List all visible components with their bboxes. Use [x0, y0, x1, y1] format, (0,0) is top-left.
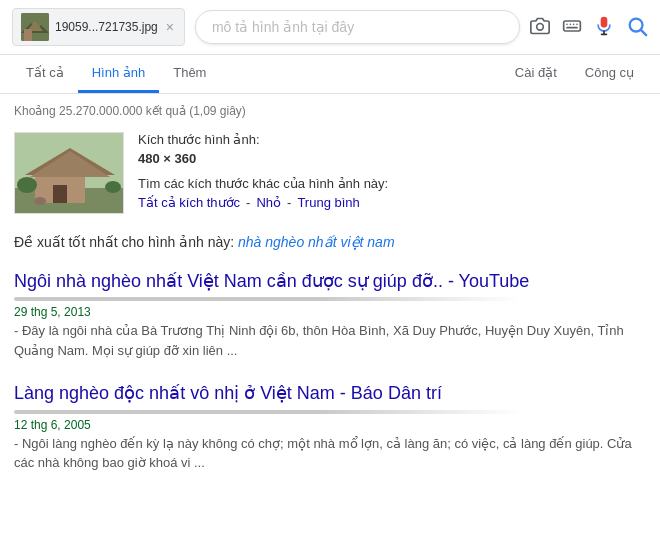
result-title-1[interactable]: Ngôi nhà nghèo nhất Việt Nam cần được sự… [14, 271, 529, 291]
svg-point-24 [34, 197, 46, 205]
image-info-box: Kích thước hình ảnh: 480 × 360 Tìm các k… [14, 132, 646, 214]
find-sizes-label: Tìm các kích thước khác của hình ảnh này… [138, 176, 388, 191]
svg-rect-11 [602, 17, 607, 26]
result-item: Ngôi nhà nghèo nhất Việt Nam cần được sự… [14, 270, 646, 360]
close-tab-button[interactable]: × [164, 19, 176, 35]
main-content: Khoảng 25.270.000.000 kết quả (1,09 giây… [0, 94, 660, 505]
suggestion: Đề xuất tốt nhất cho hình ảnh này: nhà n… [14, 234, 646, 250]
nav-bar: Tất cả Hình ảnh Thêm Cài đặt Công cụ [0, 55, 660, 94]
nav-item-cai-dat[interactable]: Cài đặt [501, 55, 571, 93]
keyboard-icon[interactable] [562, 16, 582, 39]
suggestion-query[interactable]: nhà nghèo nhất việt nam [238, 234, 395, 250]
size-sep-1: - [246, 195, 250, 210]
result-item: Làng nghèo độc nhất vô nhị ở Việt Nam - … [14, 382, 646, 472]
suggestion-prefix: Đề xuất tốt nhất cho hình ảnh này: [14, 234, 238, 250]
nav-item-tat-ca[interactable]: Tất cả [12, 55, 78, 93]
nav-right: Cài đặt Công cụ [501, 55, 648, 93]
search-placeholder: mô tả hình ảnh tại đây [212, 19, 503, 35]
svg-rect-21 [53, 185, 67, 203]
header: 19059...721735.jpg × mô tả hình ảnh tại … [0, 0, 660, 55]
svg-line-15 [641, 30, 646, 35]
image-size-value: 480 × 360 [138, 151, 388, 166]
result-title-2[interactable]: Làng nghèo độc nhất vô nhị ở Việt Nam - … [14, 383, 442, 403]
size-sep-2: - [287, 195, 291, 210]
size-link-medium[interactable]: Trung bình [297, 195, 359, 210]
nav-left: Tất cả Hình ảnh Thêm [12, 55, 501, 93]
image-filename: 19059...721735.jpg [55, 20, 158, 34]
image-details: Kích thước hình ảnh: 480 × 360 Tìm các k… [138, 132, 388, 210]
result-date-2: 12 thg 6, 2005 [14, 418, 91, 432]
mic-icon[interactable] [594, 16, 614, 39]
size-link-small[interactable]: Nhỏ [256, 195, 281, 210]
header-icons [530, 15, 648, 40]
result-url-bar-1 [14, 297, 520, 301]
result-snippet-1: - Đây là ngôi nhà của Bà Trương Thị Ninh… [14, 321, 646, 360]
search-icon[interactable] [626, 15, 648, 40]
nav-item-cong-cu[interactable]: Công cụ [571, 55, 648, 93]
nav-item-hinh-anh[interactable]: Hình ảnh [78, 55, 160, 93]
camera-icon[interactable] [530, 16, 550, 39]
svg-point-4 [537, 23, 544, 30]
svg-rect-3 [24, 29, 32, 41]
svg-point-22 [17, 177, 37, 193]
size-link-all[interactable]: Tất cả kích thước [138, 195, 240, 210]
image-thumbnail-small [21, 13, 49, 41]
result-stats: Khoảng 25.270.000.000 kết quả (1,09 giây… [14, 104, 646, 118]
image-size-label: Kích thước hình ảnh: [138, 132, 388, 147]
image-search-tab[interactable]: 19059...721735.jpg × [12, 8, 185, 46]
svg-point-23 [105, 181, 121, 193]
nav-item-them[interactable]: Thêm [159, 55, 220, 93]
result-url-bar-2 [14, 410, 520, 414]
search-box[interactable]: mô tả hình ảnh tại đây [195, 10, 520, 44]
size-links: Tất cả kích thước - Nhỏ - Trung bình [138, 195, 388, 210]
image-preview [14, 132, 124, 214]
svg-rect-5 [564, 21, 581, 31]
result-snippet-2: - Ngôi làng nghèo đến kỳ lạ này không có… [14, 434, 646, 473]
result-date-1: 29 thg 5, 2013 [14, 305, 91, 319]
